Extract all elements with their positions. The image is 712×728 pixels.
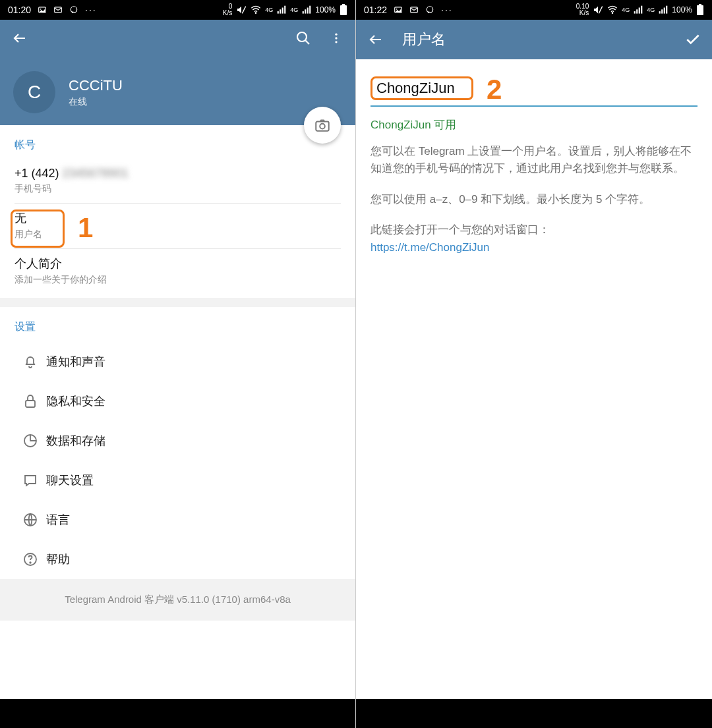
settings-privacy[interactable]: 隐私和安全 [15, 381, 341, 421]
svg-point-19 [335, 41, 337, 43]
status-time: 01:20 [8, 5, 31, 15]
profile-header: C CCCiTU 在线 [13, 71, 123, 113]
battery-icon [696, 4, 704, 16]
camera-fab[interactable] [304, 107, 341, 144]
profile-name: CCCiTU [69, 77, 123, 94]
svg-point-32 [612, 13, 613, 13]
svg-rect-34 [636, 9, 638, 13]
confirm-button[interactable] [684, 31, 701, 48]
svg-rect-15 [342, 4, 345, 5]
lock-icon [15, 393, 46, 409]
account-header: 帐号 [15, 133, 341, 160]
svg-rect-35 [639, 8, 640, 14]
chat-icon [15, 472, 46, 488]
app-bar: 用户名 [356, 20, 712, 59]
signal-icon-2 [302, 5, 311, 14]
svg-rect-42 [699, 4, 701, 5]
more-icon: ··· [441, 5, 453, 15]
status-time: 01:22 [364, 5, 387, 15]
app-bar: C CCCiTU 在线 [0, 20, 355, 125]
svg-point-28 [396, 9, 398, 10]
annotation-2: 2 [487, 74, 502, 105]
annotation-box-2 [371, 76, 473, 100]
svg-line-31 [599, 7, 603, 14]
more-icon: ··· [85, 5, 97, 15]
settings-language[interactable]: 语言 [15, 500, 341, 540]
account-section: 帐号 +1 (442) 2345678901 手机号码 无 用户名 个人简介 添… [0, 125, 355, 298]
phone-row[interactable]: +1 (442) 2345678901 手机号码 [15, 160, 341, 203]
svg-point-17 [335, 34, 337, 36]
wifi-icon [607, 5, 618, 15]
svg-rect-7 [280, 9, 281, 13]
svg-rect-40 [666, 6, 667, 14]
svg-point-18 [335, 37, 337, 39]
settings-help[interactable]: 帮助 [15, 540, 341, 579]
bio-row[interactable]: 个人简介 添加一些关于你的介绍 [15, 249, 341, 298]
settings-header: 设置 [15, 315, 341, 342]
svg-rect-12 [307, 8, 309, 14]
signal-icon [277, 5, 286, 14]
search-button[interactable] [295, 30, 312, 47]
svg-point-5 [256, 13, 256, 13]
status-bar: 01:20 ··· 0 K/s 4G 4G 100% [0, 0, 355, 20]
wifi-icon [251, 5, 261, 15]
settings-notifications[interactable]: 通知和声音 [15, 342, 341, 381]
svg-rect-14 [340, 5, 347, 15]
mute-icon [236, 5, 247, 15]
battery-percent: 100% [672, 5, 692, 14]
back-button[interactable] [367, 30, 385, 49]
pie-icon [15, 433, 46, 449]
signal-4g-2: 4G [290, 7, 298, 13]
signal-icon [634, 5, 643, 14]
username-row[interactable]: 无 用户名 [15, 204, 341, 248]
mute-icon [593, 5, 603, 15]
mail-icon [53, 5, 63, 14]
signal-4g-2: 4G [647, 7, 655, 13]
page-title: 用户名 [402, 30, 446, 49]
svg-rect-10 [303, 11, 304, 14]
globe-icon [15, 512, 46, 528]
image-icon [394, 5, 403, 14]
menu-button[interactable] [328, 30, 345, 47]
net-speed: 0 K/s [223, 3, 232, 16]
image-icon [38, 5, 47, 14]
username-input[interactable] [376, 80, 467, 97]
svg-rect-36 [641, 6, 642, 14]
svg-rect-41 [697, 5, 703, 15]
chat-icon [425, 5, 434, 14]
svg-point-26 [30, 562, 31, 563]
net-speed: 0.10 K/s [576, 3, 589, 16]
battery-icon [340, 4, 347, 16]
share-link[interactable]: https://t.me/ChongZiJun [371, 241, 697, 254]
battery-percent: 100% [315, 5, 336, 14]
annotation-1: 1 [78, 212, 93, 244]
screen-username: 01:22 ··· 0.10 K/s 4G 4G 100% 用户名 [356, 0, 712, 728]
link-intro: 此链接会打开一个与您的对话窗口： [371, 221, 697, 238]
input-underline [371, 105, 697, 107]
version-footer: Telegram Android 客户端 v5.11.0 (1710) arm6… [0, 579, 355, 621]
svg-rect-39 [664, 8, 665, 14]
settings-data[interactable]: 数据和存储 [15, 421, 341, 461]
settings-section: 设置 通知和声音 隐私和安全 数据和存储 聊天设置 语言 帮助 [0, 307, 355, 579]
profile-status: 在线 [69, 96, 123, 108]
signal-icon-2 [659, 5, 668, 14]
description-2: 您可以使用 a–z、0–9 和下划线。最小长度为 5 个字符。 [371, 191, 697, 208]
username-form: 2 ChongZiJun 可用 您可以在 Telegram 上设置一个用户名。设… [356, 59, 712, 269]
svg-rect-33 [634, 11, 636, 14]
chat-icon [69, 5, 78, 14]
description-1: 您可以在 Telegram 上设置一个用户名。设置后，别人将能够在不知道您的手机… [371, 143, 697, 178]
svg-point-30 [427, 7, 432, 13]
help-icon [15, 551, 46, 567]
signal-4g-1: 4G [265, 7, 273, 13]
settings-chat[interactable]: 聊天设置 [15, 461, 341, 500]
screen-settings: 01:20 ··· 0 K/s 4G 4G 100% [0, 0, 356, 728]
avatar[interactable]: C [13, 71, 55, 113]
svg-rect-22 [26, 401, 35, 407]
svg-rect-9 [284, 6, 285, 14]
back-button[interactable] [11, 29, 29, 47]
svg-point-16 [297, 32, 307, 42]
signal-4g-1: 4G [622, 7, 630, 13]
svg-point-21 [320, 124, 325, 129]
svg-rect-37 [659, 11, 661, 14]
availability-text: ChongZiJun 可用 [371, 117, 697, 132]
